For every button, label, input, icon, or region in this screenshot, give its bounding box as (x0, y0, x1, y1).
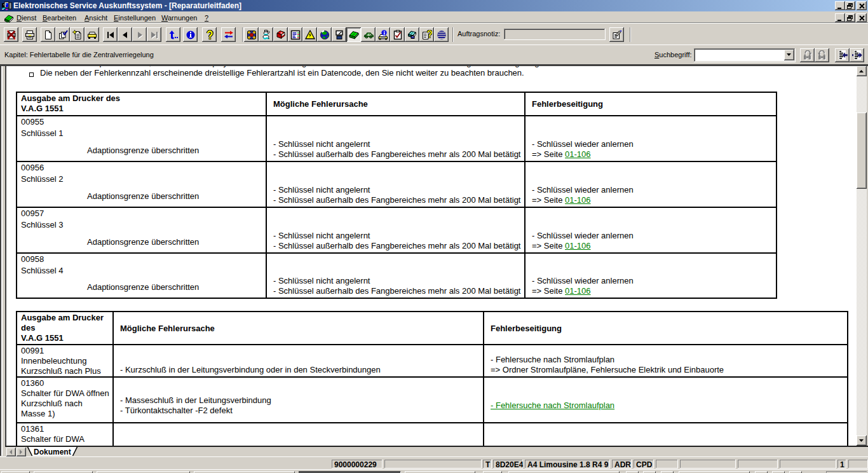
menu-help[interactable]: ? (205, 14, 208, 22)
status-cell-3: 8D20E4 (493, 460, 523, 469)
menu-warnungen[interactable]: Warnungen (161, 14, 197, 22)
menu-einstellungen[interactable]: Einstellungen (114, 14, 156, 22)
chapter-title: Kapitel: Fehlertabelle für die Zentralve… (4, 51, 154, 58)
jump-previous-button[interactable] (835, 48, 850, 62)
toolbar-separator (242, 27, 243, 42)
combo-dropdown-button[interactable] (784, 50, 794, 60)
page-link[interactable]: 01-106 (565, 149, 590, 159)
work-values-button[interactable] (259, 27, 273, 42)
warnings-button[interactable] (302, 27, 317, 42)
help-button[interactable] (202, 27, 217, 42)
table-row-code: 00958Schlüssel 4Adaptionsgrenze überschr… (17, 254, 267, 298)
search-next-button[interactable] (815, 48, 829, 62)
table-row-remedy: - Fehlersuche nach Stromlaufplan (484, 378, 847, 423)
t1-header-col3: Fehlerbeseitigung (526, 93, 776, 116)
table-row-causes (114, 423, 484, 446)
tab-strip: Dokument (5, 446, 868, 456)
app-icon (2, 1, 12, 11)
document-new-from-icon (72, 30, 83, 40)
mdi-minimize-button[interactable] (835, 13, 845, 22)
tab-scroll-right-button[interactable] (17, 448, 26, 456)
title-bar: Elektronisches Service Auskunftssystem -… (0, 0, 868, 11)
table-row-remedy: - Fehlersuche nach Stromlaufplan=> Ordne… (484, 345, 847, 378)
menu-bearbeiten[interactable]: Bearbeiten (43, 14, 76, 22)
table-row-causes: - Schlüssel nicht angelernt- Schlüssel a… (267, 116, 526, 162)
table-row-remedy: - Schlüssel wieder anlernen=> Seite 01-1… (526, 116, 776, 162)
vehicle-data-button[interactable] (361, 27, 376, 42)
cancel-print-button[interactable] (4, 27, 18, 42)
table-row-remedy (484, 423, 847, 446)
remedy-link[interactable]: - Fehlersuche nach Stromlaufplan (491, 401, 614, 410)
search-label: Suchbegriff: (654, 51, 692, 58)
auftragsnotiz-input[interactable] (504, 29, 606, 40)
status-cell-4: A4 Limousine 1.8 R4 9 (525, 460, 610, 469)
red-book-button[interactable]: n (273, 27, 288, 42)
back-jump-icon (168, 30, 179, 40)
go-previous-button[interactable] (118, 27, 132, 42)
tab-label: Dokument (34, 448, 71, 456)
status-cell-1 (384, 460, 482, 469)
go-first-button[interactable] (103, 27, 118, 42)
table-row-causes: - Schlüssel nicht angelernt- Schlüssel a… (267, 162, 526, 208)
scrollbar-thumb[interactable] (857, 113, 867, 189)
catalog-icon (407, 30, 417, 40)
status-cell-12 (848, 460, 868, 469)
board-pictures-button[interactable] (244, 27, 259, 42)
search-previous-button[interactable] (800, 48, 815, 62)
status-cell-11: 1 (837, 460, 846, 469)
scroll-down-button[interactable] (857, 435, 867, 446)
mdi-restore-button[interactable] (845, 13, 855, 22)
back-jump-button[interactable] (166, 27, 180, 42)
document-view[interactable]: Tritt ein Fehler sporadisch auf, erschei… (6, 66, 857, 446)
restore-button[interactable] (845, 1, 855, 10)
tab-scroll-left-button[interactable] (6, 448, 16, 456)
sphere-button[interactable] (434, 27, 449, 42)
t2-header-col3: Fehlerbeseitigung (484, 312, 847, 345)
print-button[interactable] (22, 27, 37, 42)
checklist-button[interactable] (390, 27, 405, 42)
vehicle-info-button[interactable] (376, 27, 390, 42)
order-note-edit-button[interactable] (609, 27, 624, 42)
jump-next-button[interactable] (850, 48, 864, 62)
document-list-button[interactable] (288, 27, 302, 42)
close-icon (859, 3, 865, 9)
page-link[interactable]: 01-106 (565, 241, 590, 250)
vehicle-button[interactable] (85, 27, 99, 42)
mdi-minimize-icon (837, 15, 843, 21)
go-next-button[interactable] (132, 27, 147, 42)
arrow-up-icon (859, 70, 864, 73)
new-document-button[interactable] (41, 27, 55, 42)
clipped-text-line: Tritt ein Fehler sporadisch auf, erschei… (40, 66, 541, 67)
bullet-square (29, 72, 34, 77)
document-check-button[interactable] (55, 27, 70, 42)
help-icon (205, 30, 215, 40)
page-link[interactable]: 01-106 (565, 286, 590, 296)
t1-header-col2: Mögliche Fehlerursache (267, 93, 526, 116)
swap-button[interactable] (221, 27, 236, 42)
chapter-bar: Kapitel: Fehlertabelle für die Zentralve… (0, 45, 868, 64)
menu-ansicht[interactable]: Ansicht (85, 14, 107, 22)
catalog-button[interactable] (405, 27, 419, 42)
document-help-button[interactable] (419, 27, 434, 42)
search-combobox[interactable] (694, 48, 796, 62)
info-button[interactable] (183, 27, 198, 42)
close-button[interactable] (857, 1, 867, 10)
gauge-button[interactable] (332, 27, 346, 42)
menu-dienst[interactable]: Dienst (17, 14, 36, 22)
tab-dokument[interactable]: Dokument (27, 447, 83, 456)
page-link[interactable]: 01-106 (565, 195, 590, 205)
minimize-button[interactable] (835, 1, 845, 10)
toolbar-separator (630, 27, 631, 42)
table-row-remedy: - Schlüssel wieder anlernen=> Seite 01-1… (526, 162, 776, 208)
globe-button[interactable] (317, 27, 332, 42)
document-new-from-button[interactable] (70, 27, 85, 42)
chevron-down-icon (787, 53, 792, 57)
status-cell-2: T (483, 460, 492, 469)
mdi-close-button[interactable] (857, 13, 867, 22)
arrow-left-icon (10, 449, 13, 455)
vertical-scrollbar[interactable] (857, 66, 867, 446)
scroll-up-button[interactable] (857, 66, 867, 76)
repair-manual-button[interactable] (346, 27, 361, 42)
vehicle-data-icon (363, 30, 374, 40)
go-last-button[interactable] (147, 27, 161, 42)
